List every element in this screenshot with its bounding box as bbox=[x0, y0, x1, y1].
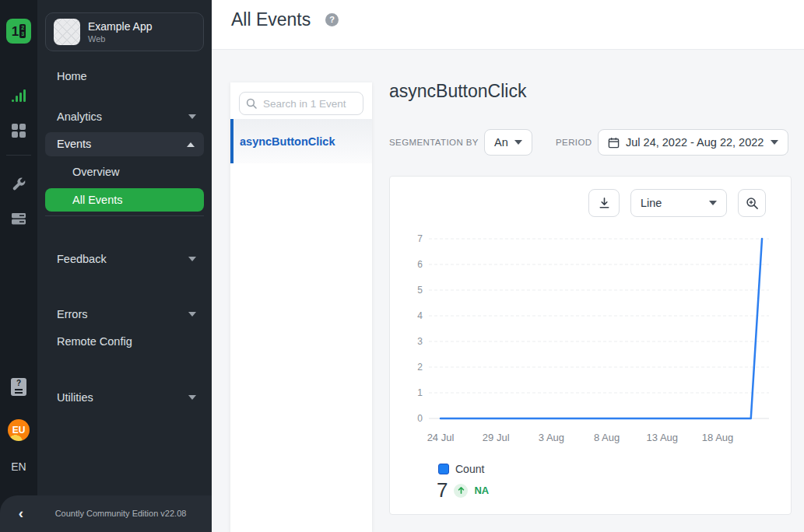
svg-text:2: 2 bbox=[417, 362, 423, 373]
analytics-bars-icon[interactable] bbox=[11, 89, 26, 104]
svg-text:29 Jul: 29 Jul bbox=[483, 432, 510, 443]
countly-logo-icon[interactable]: 1 2 3 bbox=[6, 19, 31, 44]
menu-divider bbox=[45, 215, 204, 216]
svg-text:6: 6 bbox=[417, 259, 423, 270]
sidebar-item-remote-config[interactable]: Remote Config bbox=[37, 334, 212, 349]
sidebar-item-utilities[interactable]: Utilities bbox=[37, 390, 212, 405]
line-chart[interactable]: 0123456724 Jul29 Jul3 Aug8 Aug13 Aug18 A… bbox=[395, 226, 788, 452]
chevron-up-icon bbox=[187, 142, 195, 147]
sidebar-item-feedback[interactable]: Feedback bbox=[37, 251, 212, 267]
legend-label: Count bbox=[455, 463, 484, 475]
svg-text:18 Aug: 18 Aug bbox=[702, 432, 734, 443]
app-platform: Web bbox=[88, 34, 153, 44]
app-selector[interactable]: Example App Web bbox=[45, 12, 204, 51]
svg-text:0: 0 bbox=[417, 413, 423, 424]
sidebar-footer: ‹ Countly Community Edition v22.08 bbox=[0, 495, 212, 532]
sidebar-item-all-events[interactable]: All Events bbox=[45, 188, 204, 212]
wrench-icon[interactable] bbox=[11, 177, 26, 192]
sidebar-item-analytics[interactable]: Analytics bbox=[37, 109, 212, 124]
segmentation-label: SEGMENTATION BY bbox=[389, 129, 479, 156]
svg-text:4: 4 bbox=[417, 310, 423, 321]
chart-type-select[interactable]: Line bbox=[630, 189, 727, 217]
search-input[interactable] bbox=[239, 92, 363, 115]
legend-checkbox[interactable] bbox=[438, 464, 449, 474]
server-icon[interactable] bbox=[11, 211, 26, 226]
logo-digits-23: 2 3 bbox=[19, 24, 26, 38]
segmentation-dropdown[interactable]: An bbox=[484, 129, 532, 156]
download-chart-button[interactable] bbox=[588, 189, 620, 217]
chevron-down-icon bbox=[188, 395, 196, 400]
event-search bbox=[239, 92, 363, 115]
svg-text:3 Aug: 3 Aug bbox=[539, 432, 564, 443]
page-title: All Events bbox=[231, 9, 311, 30]
zoom-in-icon bbox=[746, 197, 759, 210]
svg-text:8 Aug: 8 Aug bbox=[594, 432, 620, 443]
svg-text:5: 5 bbox=[417, 285, 423, 296]
svg-text:7: 7 bbox=[417, 233, 423, 244]
logo-digit-1: 1 bbox=[12, 25, 19, 38]
svg-text:13 Aug: 13 Aug bbox=[647, 432, 679, 443]
sidebar-menu: Example App Web Home Analytics Events Ov… bbox=[37, 0, 212, 532]
apps-grid-icon[interactable] bbox=[11, 123, 26, 138]
icon-rail: 1 2 3 ? bbox=[0, 0, 37, 532]
chevron-down-icon bbox=[771, 140, 778, 145]
chevron-down-icon bbox=[188, 114, 196, 119]
countly-dashboard: 1 2 3 ? bbox=[0, 0, 804, 532]
search-icon bbox=[246, 98, 257, 109]
sidebar-item-overview[interactable]: Overview bbox=[37, 164, 212, 180]
sidebar-item-home[interactable]: Home bbox=[37, 68, 212, 84]
zoom-chart-button[interactable] bbox=[738, 189, 766, 217]
total-row: 7 NA bbox=[437, 478, 489, 502]
period-label: PERIOD bbox=[556, 129, 592, 156]
trend-up-icon bbox=[454, 484, 468, 498]
download-icon bbox=[598, 197, 611, 210]
app-icon bbox=[54, 19, 80, 45]
period-date-picker[interactable]: Jul 24, 2022 - Aug 22, 2022 bbox=[598, 129, 788, 156]
event-list-item-selected[interactable]: asyncButtonClick bbox=[230, 119, 372, 163]
version-label: Countly Community Edition v22.08 bbox=[37, 495, 204, 532]
chevron-down-icon bbox=[188, 257, 196, 261]
trend-value: NA bbox=[474, 485, 489, 496]
collapse-sidebar-button[interactable]: ‹ bbox=[12, 505, 30, 522]
sidebar-item-events[interactable]: Events bbox=[45, 132, 204, 156]
chart-card: Line 0123456724 Jul29 Jul3 Aug8 Aug13 Au… bbox=[389, 176, 792, 515]
svg-text:1: 1 bbox=[417, 387, 423, 398]
report-help-icon[interactable]: ? bbox=[11, 378, 26, 396]
event-detail-title: asyncButtonClick bbox=[389, 81, 526, 102]
calendar-icon bbox=[608, 137, 620, 149]
app-name: Example App bbox=[88, 20, 153, 33]
chart-legend: Count bbox=[438, 463, 484, 475]
avatar-initials: EU bbox=[12, 425, 26, 436]
chevron-down-icon bbox=[514, 140, 522, 145]
user-avatar[interactable]: EU bbox=[8, 419, 30, 441]
page-header: All Events ? bbox=[212, 0, 804, 50]
language-selector[interactable]: EN bbox=[0, 460, 37, 473]
event-list-panel: asyncButtonClick bbox=[230, 82, 372, 532]
svg-text:24 Jul: 24 Jul bbox=[427, 432, 455, 443]
rail-divider bbox=[6, 155, 31, 156]
chevron-down-icon bbox=[709, 201, 717, 205]
svg-text:3: 3 bbox=[417, 336, 423, 347]
help-icon[interactable]: ? bbox=[325, 13, 339, 26]
total-count: 7 bbox=[437, 478, 448, 502]
chevron-down-icon bbox=[188, 312, 196, 317]
sidebar-item-errors[interactable]: Errors bbox=[37, 306, 212, 322]
